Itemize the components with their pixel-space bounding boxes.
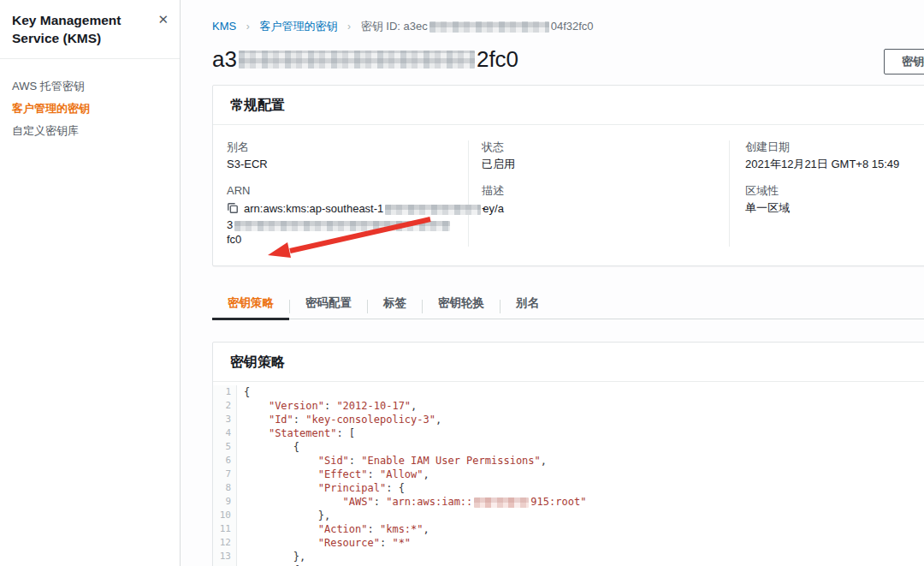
sidebar-item-aws-managed-keys[interactable]: AWS 托管密钥 (0, 75, 180, 98)
chevron-right-icon: › (347, 21, 351, 33)
redaction-mosaic (385, 205, 481, 215)
line-number: 6 (213, 454, 237, 468)
line-number: 4 (213, 426, 237, 440)
field-label: 区域性 (745, 184, 924, 198)
close-icon[interactable]: ✕ (157, 13, 169, 26)
tab-tags[interactable]: 标签 (368, 290, 422, 319)
code-line: 13 }, (213, 550, 924, 563)
field-regionality: 区域性 单一区域 (745, 184, 924, 215)
code-line: 4 "Statement": [ (213, 426, 924, 440)
code-line: 3 "Id": "key-consolepolicy-3", (213, 413, 924, 426)
redaction-mosaic (234, 221, 450, 231)
line-number: 12 (213, 536, 237, 550)
field-label: 状态 (482, 140, 715, 154)
page-title-prefix: a3 (212, 45, 237, 73)
breadcrumb: KMS › 客户管理的密钥 › 密钥 ID: a3ec04f32fc0 (181, 0, 924, 34)
code-line: 2 "Version": "2012-10-17", (213, 399, 924, 413)
redaction-mosaic (239, 51, 475, 69)
code-line: 6 "Sid": "Enable IAM User Permissions", (213, 454, 924, 468)
field-label: 创建日期 (745, 140, 924, 154)
key-policy-card: 密钥策略 1{2 "Version": "2012-10-17",3 "Id":… (212, 342, 924, 566)
field-label: ARN (227, 184, 454, 198)
key-detail-tabs: 密钥策略 密码配置 标签 密钥轮换 别名 (212, 290, 924, 319)
key-actions-button[interactable]: 密钥操作 (884, 49, 924, 74)
kms-sidebar: Key Management Service (KMS) ✕ AWS 托管密钥 … (0, 0, 181, 566)
code-line: 7 "Effect": "Allow", (213, 468, 924, 481)
page-title: a3 2fc0 (212, 45, 924, 73)
line-number: 5 (213, 440, 237, 454)
code-line: 10 }, (213, 509, 924, 522)
policy-code-editor[interactable]: 1{2 "Version": "2012-10-17",3 "Id": "key… (213, 382, 924, 566)
general-config-title: 常规配置 (213, 86, 924, 125)
redaction-mosaic (429, 21, 549, 33)
line-number: 10 (213, 509, 237, 522)
key-policy-title: 密钥策略 (213, 343, 924, 382)
breadcrumb-current-prefix: 密钥 ID: a3ec (361, 20, 428, 33)
sidebar-header: Key Management Service (KMS) ✕ (0, 0, 180, 58)
code-line: 9 "AWS": "arn:aws:iam::915:root" (213, 495, 924, 509)
general-col-2: 状态 已启用 描述 - (468, 140, 729, 247)
code-line: 11 "Action": "kms:*", (213, 522, 924, 536)
line-number: 3 (213, 413, 237, 426)
redaction-mosaic (474, 497, 529, 508)
line-number: 1 (213, 385, 237, 399)
copy-icon[interactable] (227, 202, 239, 217)
general-col-3: 创建日期 2021年12月21日 GMT+8 15:49 区域性 单一区域 (729, 140, 924, 247)
breadcrumb-link-kms[interactable]: KMS (212, 20, 236, 33)
field-value: 2021年12月21日 GMT+8 15:49 (745, 158, 924, 171)
arn-value-line2: 3fc0 (227, 217, 454, 247)
sidebar-nav: AWS 托管密钥 客户管理的密钥 自定义密钥库 (0, 59, 180, 158)
field-value: 单一区域 (745, 201, 924, 215)
general-col-1: 别名 S3-ECR ARN arn:aws: (213, 140, 468, 247)
line-number: 8 (213, 481, 237, 495)
field-arn: ARN arn:aws:kms:ap-southeast-1ey/a (227, 184, 454, 247)
tab-aliases[interactable]: 别名 (500, 290, 554, 319)
line-number: 11 (213, 522, 237, 536)
sidebar-item-custom-key-stores[interactable]: 自定义密钥库 (0, 120, 180, 142)
code-line: 1{ (213, 385, 924, 399)
tab-key-rotation[interactable]: 密钥轮换 (423, 290, 500, 319)
general-config-card: 常规配置 别名 S3-ECR ARN (212, 85, 924, 266)
field-label: 描述 (482, 184, 715, 198)
code-lines: 1{2 "Version": "2012-10-17",3 "Id": "key… (213, 385, 924, 566)
field-value: S3-ECR (227, 158, 454, 171)
status-value: 已启用 (482, 158, 715, 171)
arn-value-line1: arn:aws:kms:ap-southeast-1ey/a (244, 201, 504, 216)
tab-key-policy[interactable]: 密钥策略 (212, 290, 289, 319)
sidebar-title: Key Management Service (KMS) (12, 12, 149, 48)
field-alias: 别名 S3-ECR (227, 140, 454, 171)
line-number: 2 (213, 399, 237, 413)
field-status: 状态 已启用 (482, 140, 715, 171)
code-line: 5 { (213, 440, 924, 454)
field-value: - (482, 201, 715, 215)
general-config-fields: 别名 S3-ECR ARN arn:aws: (213, 125, 924, 265)
page-title-suffix: 2fc0 (477, 45, 518, 73)
field-description: 描述 - (482, 184, 715, 215)
field-creation-date: 创建日期 2021年12月21日 GMT+8 15:49 (745, 140, 924, 171)
tab-cryptographic-config[interactable]: 密码配置 (290, 290, 367, 319)
code-line: 12 "Resource": "*" (213, 536, 924, 550)
field-label: 别名 (227, 140, 454, 154)
chevron-right-icon: › (246, 21, 250, 33)
code-line: 8 "Principal": { (213, 481, 924, 495)
breadcrumb-current-suffix: 04f32fc0 (551, 20, 594, 33)
line-number: 9 (213, 495, 237, 509)
line-number: 7 (213, 468, 237, 481)
main-content: KMS › 客户管理的密钥 › 密钥 ID: a3ec04f32fc0 a3 2… (181, 0, 924, 566)
sidebar-item-customer-managed-keys[interactable]: 客户管理的密钥 (0, 98, 180, 120)
breadcrumb-link-customer-keys[interactable]: 客户管理的密钥 (259, 20, 337, 33)
line-number: 13 (213, 550, 237, 563)
